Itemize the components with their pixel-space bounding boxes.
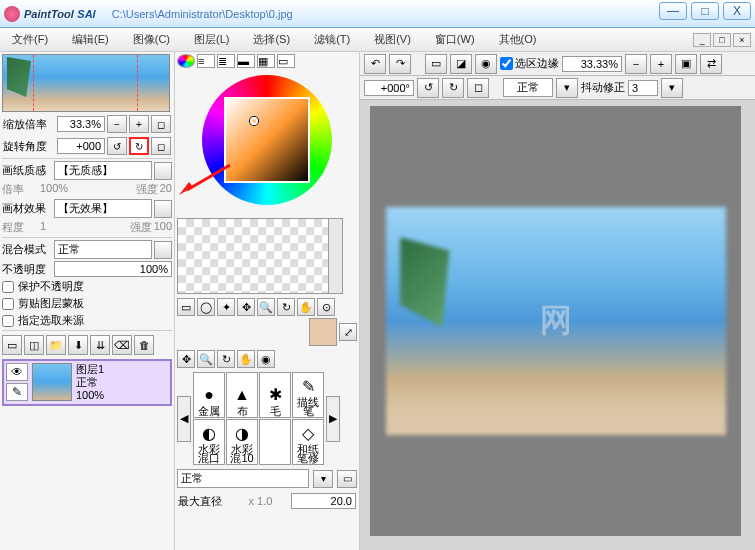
minimize-button[interactable]: —	[659, 2, 687, 20]
menu-filter[interactable]: 滤镜(T)	[310, 30, 354, 49]
brush-prev-button[interactable]: ◀	[177, 396, 191, 442]
new-linework-button[interactable]: ◫	[24, 335, 44, 355]
rotate-reset-button[interactable]: ◻	[151, 137, 171, 155]
close-button[interactable]: X	[723, 2, 751, 20]
doc-close-button[interactable]: ×	[733, 33, 751, 47]
clear-layer-button[interactable]: ⌫	[112, 335, 132, 355]
zoom-out-button[interactable]: −	[107, 115, 127, 133]
magic-wand-tool[interactable]: ✦	[217, 298, 235, 316]
canvas-flip-button[interactable]: ⇄	[700, 54, 722, 74]
brush-fur[interactable]: ✱毛	[259, 372, 291, 418]
menu-window[interactable]: 窗口(W)	[431, 30, 479, 49]
rotation-value[interactable]: +000	[57, 138, 105, 154]
canvas-angle-input[interactable]	[364, 80, 414, 96]
brush-mode-dropdown[interactable]: ▾	[313, 470, 333, 488]
swatch-tab[interactable]: ▦	[257, 54, 275, 68]
material-effect-edit-button[interactable]	[154, 200, 172, 218]
eyedropper-tool[interactable]: ◉	[257, 350, 275, 368]
lasso-tool[interactable]: ◯	[197, 298, 215, 316]
canvas-zoom-in-button[interactable]: +	[650, 54, 672, 74]
scratchpad-area[interactable]	[177, 218, 343, 294]
navigator-thumbnail[interactable]	[2, 54, 170, 112]
new-layer-button[interactable]: ▭	[2, 335, 22, 355]
material-effect-value[interactable]: 【无效果】	[54, 199, 152, 218]
opacity-value[interactable]: 100%	[54, 261, 172, 277]
blend-mode-dropdown[interactable]	[154, 241, 172, 259]
brush-cloth[interactable]: ▲布	[226, 372, 258, 418]
canvas-mode-dropdown[interactable]: ▾	[556, 78, 578, 98]
selection-source-checkbox[interactable]	[2, 315, 14, 327]
undo-button[interactable]: ↶	[364, 54, 386, 74]
brush-mode-select[interactable]: 正常	[177, 469, 309, 488]
menu-view[interactable]: 视图(V)	[370, 30, 415, 49]
clipping-mask-checkbox[interactable]	[2, 298, 14, 310]
brush-metal[interactable]: ●金属	[193, 372, 225, 418]
zoom-value[interactable]: 33.3%	[57, 116, 105, 132]
pan-tool[interactable]: ✋	[237, 350, 255, 368]
canvas-zoom-fit-button[interactable]: ▣	[675, 54, 697, 74]
delete-layer-button[interactable]: 🗑	[134, 335, 154, 355]
rotate-view-tool[interactable]: ↻	[217, 350, 235, 368]
size-value[interactable]: 20.0	[291, 493, 356, 509]
new-folder-button[interactable]: 📁	[46, 335, 66, 355]
hand-tool[interactable]: ✋	[297, 298, 315, 316]
color-wheel[interactable]	[177, 70, 357, 210]
deselect-button[interactable]: ▭	[425, 54, 447, 74]
rotate-ccw-button[interactable]: ↺	[107, 137, 127, 155]
menu-image[interactable]: 图像(C)	[129, 30, 174, 49]
canvas-rotate-ccw-button[interactable]: ↺	[417, 78, 439, 98]
gray-slider-tab[interactable]: ▬	[237, 54, 255, 68]
canvas-zoom-out-button[interactable]: −	[625, 54, 647, 74]
menu-select[interactable]: 选择(S)	[249, 30, 294, 49]
zoom-in-button[interactable]: +	[129, 115, 149, 133]
rotate-cw-button[interactable]: ↻	[129, 137, 149, 155]
show-sel-button[interactable]: ◉	[475, 54, 497, 74]
search-tool[interactable]: 🔍	[197, 350, 215, 368]
rotate-tool[interactable]: ↻	[277, 298, 295, 316]
rgb-slider-tab[interactable]: ≡	[197, 54, 215, 68]
zoom-tool[interactable]: 🔍	[257, 298, 275, 316]
doc-restore-button[interactable]: □	[713, 33, 731, 47]
menu-edit[interactable]: 编辑(E)	[68, 30, 113, 49]
layer-edit-button[interactable]: ✎	[6, 383, 28, 401]
invert-button[interactable]: ◪	[450, 54, 472, 74]
paper-texture-value[interactable]: 【无质感】	[54, 161, 152, 180]
stabilizer-dropdown[interactable]: ▾	[661, 78, 683, 98]
brush-linework[interactable]: ✎描线笔	[292, 372, 324, 418]
swap-colors-button[interactable]: ⤢	[339, 323, 357, 341]
brush-watercolor-b[interactable]: ◑水彩混10	[226, 419, 258, 465]
canvas-viewport[interactable]: 网	[370, 106, 741, 536]
canvas-rotate-cw-button[interactable]: ↻	[442, 78, 464, 98]
move-tool[interactable]: ✥	[237, 298, 255, 316]
zoom-reset-button[interactable]: ◻	[151, 115, 171, 133]
scrollbar[interactable]	[328, 219, 342, 293]
blend-mode-value[interactable]: 正常	[54, 240, 152, 259]
merge-down-button[interactable]: ⇊	[90, 335, 110, 355]
brush-paper[interactable]: ◇和纸笔修	[292, 419, 324, 465]
selection-edge-checkbox[interactable]	[500, 57, 513, 70]
rect-select-tool[interactable]: ▭	[177, 298, 195, 316]
brush-watercolor-a[interactable]: ◐水彩混口	[193, 419, 225, 465]
menu-layer[interactable]: 图层(L)	[190, 30, 233, 49]
color-wheel-tab[interactable]	[177, 54, 195, 68]
foreground-color-swatch[interactable]	[309, 318, 337, 346]
transform-tool[interactable]: ✥	[177, 350, 195, 368]
color-picker-tool[interactable]: ⊙	[317, 298, 335, 316]
doc-minimize-button[interactable]: _	[693, 33, 711, 47]
layer-visibility-button[interactable]: 👁	[6, 363, 28, 381]
brush-empty[interactable]	[259, 419, 291, 465]
paper-texture-edit-button[interactable]	[154, 162, 172, 180]
menu-file[interactable]: 文件(F)	[8, 30, 52, 49]
canvas-mode-select[interactable]: 正常	[503, 78, 553, 97]
transfer-down-button[interactable]: ⬇	[68, 335, 88, 355]
maximize-button[interactable]: □	[691, 2, 719, 20]
brush-option-button[interactable]: ▭	[337, 470, 357, 488]
canvas-zoom-input[interactable]	[562, 56, 622, 72]
stabilizer-input[interactable]	[628, 80, 658, 96]
layer-item[interactable]: 👁 ✎ 图层1 正常 100%	[2, 359, 172, 406]
hsv-slider-tab[interactable]: ≣	[217, 54, 235, 68]
scratchpad-tab[interactable]: ▭	[277, 54, 295, 68]
menu-other[interactable]: 其他(O)	[495, 30, 541, 49]
brush-next-button[interactable]: ▶	[326, 396, 340, 442]
protect-opacity-checkbox[interactable]	[2, 281, 14, 293]
